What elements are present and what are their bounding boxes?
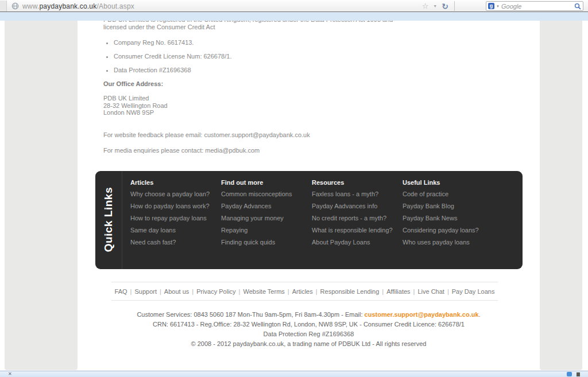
address-line-2: 28-32 Wellington Road (103, 102, 168, 109)
resize-corner (577, 372, 580, 376)
search-box[interactable]: g ▼ (486, 1, 583, 11)
media-line: For media enquiries please contact: medi… (103, 147, 514, 154)
quick-link[interactable]: Repaying (221, 227, 312, 234)
quick-links-column-header: Find out more (221, 179, 312, 186)
url-domain: paydaybank.co.uk (39, 2, 96, 10)
urlbar-actions: ☆ ▼ ↻ (422, 0, 456, 12)
browser-chrome: www.paydaybank.co.uk/About.aspx ☆ ▼ ↻ g … (0, 0, 588, 12)
customer-prefix: Customer Services: 0843 5060 187 Mon-Thu… (137, 311, 364, 318)
footer-nav-link[interactable]: Website Terms (243, 288, 284, 295)
quick-link[interactable]: No credit reports - a myth? (312, 215, 403, 221)
address-line-3: London NW8 9SP (103, 109, 154, 116)
url-text: www.paydaybank.co.uk/About.aspx (22, 2, 134, 10)
crn-line: CRN: 6617413 - Reg.Office: 28-32 Welling… (103, 321, 514, 328)
addon-app-icon[interactable] (567, 372, 572, 376)
copyright-line: © 2008 - 2012 paydaybank.co.uk, a tradin… (103, 341, 514, 347)
quick-link[interactable]: How do payday loans work? (130, 203, 221, 209)
footer-nav-link[interactable]: FAQ (115, 288, 127, 295)
footer-nav-link[interactable]: Pay Day Loans (452, 288, 495, 295)
footer-nav: FAQ|Support|About us|Privacy Policy|Webs… (111, 282, 498, 301)
footer-nav-link[interactable]: Articles (292, 288, 313, 295)
quick-links-column-header: Resources (312, 179, 403, 186)
urlbar-dropdown-icon[interactable]: ▼ (433, 4, 437, 8)
footer-info: Customer Services: 0843 5060 187 Mon-Thu… (103, 312, 514, 347)
nav-separator: | (130, 288, 132, 295)
addon-bar: ✕ (0, 371, 588, 377)
quick-links-panel: Quick Links ArticlesWhy choose a payday … (95, 171, 523, 269)
nav-separator: | (413, 288, 415, 295)
footer-nav-link[interactable]: Responsible Lending (320, 288, 380, 295)
search-engine-dropdown-icon[interactable]: ▼ (496, 5, 500, 8)
customer-suffix: . (479, 311, 481, 318)
quick-link[interactable]: Code of practice (403, 191, 493, 197)
page-top-band (0, 12, 588, 21)
nav-separator: | (192, 288, 194, 295)
footer-nav-link[interactable]: About us (164, 288, 189, 295)
feedback-line: For website feedback please email: custo… (103, 131, 514, 138)
registration-bullet-item: Consumer Credit License Num: 626678/1. (114, 53, 514, 60)
quick-link[interactable]: Need cash fast? (130, 239, 221, 246)
reload-icon[interactable]: ↻ (442, 2, 448, 11)
page-right-margin (540, 21, 582, 370)
quick-link[interactable]: Finding quick quids (221, 239, 312, 246)
quick-link[interactable]: Who uses payday loans (403, 239, 493, 246)
footer-nav-link[interactable]: Live Chat (417, 288, 444, 295)
quick-link[interactable]: What is responsible lending? (312, 227, 403, 234)
quick-link[interactable]: Considering payday loans? (403, 227, 493, 234)
customer-email-link[interactable]: customer.support@paydaybank.co.uk (365, 311, 479, 318)
url-www: www. (22, 2, 39, 10)
page-content: PDB UK Limited is registered in the Unit… (78, 12, 540, 351)
search-input[interactable] (501, 3, 574, 10)
footer-nav-link[interactable]: Support (134, 288, 157, 295)
quick-links-column: ResourcesFaxless loans - a myth?Payday A… (312, 179, 403, 251)
url-path: /About.aspx (96, 2, 134, 10)
office-address-heading: Our Office Address: (103, 80, 514, 87)
quick-links-column: ArticlesWhy choose a payday loan?How do … (130, 179, 221, 251)
quick-link[interactable]: About Payday Loans (312, 239, 403, 246)
footer-nav-link[interactable]: Affiliates (386, 288, 410, 295)
quick-link[interactable]: Payday Aadvances info (312, 203, 403, 209)
data-protection-line: Data Protection Reg #Z1696368 (103, 331, 514, 337)
quick-links-columns: ArticlesWhy choose a payday loan?How do … (130, 179, 493, 251)
nav-separator: | (447, 288, 449, 295)
google-engine-icon[interactable]: g (488, 3, 494, 9)
quick-link[interactable]: Payday Bank News (403, 215, 493, 221)
nav-separator: | (160, 288, 161, 295)
nav-separator: | (288, 288, 289, 295)
nav-separator: | (382, 288, 384, 295)
address-line-1: PDB UK Limited (103, 95, 149, 102)
magnifier-icon[interactable] (574, 3, 581, 10)
intro-line-2: licensed under the Consumer Credit Act (103, 24, 215, 30)
bookmark-star-icon[interactable]: ☆ (422, 2, 429, 10)
footer-nav-link[interactable]: Privacy Policy (196, 288, 235, 295)
quick-link[interactable]: Managing your money (221, 215, 312, 221)
quick-link[interactable]: How to repay payday loans (130, 215, 221, 221)
quick-link[interactable]: Same day loans (130, 227, 221, 234)
quick-links-column-header: Articles (130, 179, 221, 186)
quick-links-column-header: Useful Links (403, 179, 493, 186)
quick-link[interactable]: Payday Bank Blog (403, 203, 493, 209)
globe-icon (11, 2, 19, 10)
page-left-margin (5, 21, 78, 370)
quick-link[interactable]: Faxless loans - a myth? (312, 191, 403, 197)
registration-bullet-item: Company Reg No. 6617413. (114, 39, 514, 46)
quick-links-label: Quick Links (102, 187, 115, 252)
quick-links-column: Find out moreCommon misconceptionsPayday… (221, 179, 312, 251)
registration-bullet-list: Company Reg No. 6617413.Consumer Credit … (114, 39, 514, 73)
quick-link[interactable]: Common misconceptions (221, 191, 312, 197)
quick-links-column: Useful LinksCode of practicePayday Bank … (403, 179, 493, 251)
office-address: PDB UK Limited 28-32 Wellington Road Lon… (103, 95, 514, 116)
quick-links-strip: Quick Links (95, 171, 122, 269)
registration-bullet-item: Data Protection #Z1696368 (114, 67, 514, 73)
quick-link[interactable]: Why choose a payday loan? (130, 191, 221, 197)
nav-separator: | (239, 288, 241, 295)
url-bar[interactable]: www.paydaybank.co.uk/About.aspx (0, 1, 459, 11)
quick-link[interactable]: Payday Advances (221, 203, 312, 209)
close-icon[interactable]: ✕ (8, 372, 12, 376)
window-edge (0, 1, 7, 11)
customer-services-line: Customer Services: 0843 5060 187 Mon-Thu… (103, 312, 514, 318)
toolbar-separator (454, 1, 455, 11)
nav-separator: | (316, 288, 318, 295)
